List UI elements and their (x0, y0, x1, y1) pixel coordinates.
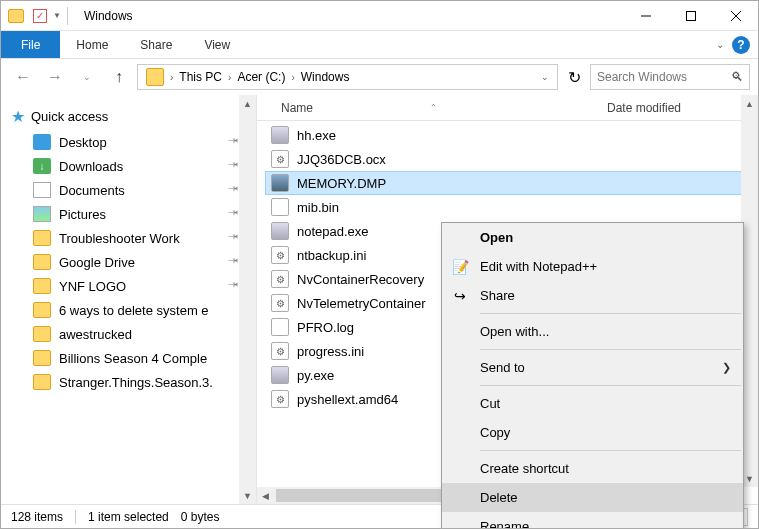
menu-item-label: Cut (480, 396, 500, 411)
file-name: notepad.exe (297, 224, 369, 239)
quick-access-label: Quick access (31, 109, 108, 124)
scroll-up-icon[interactable]: ▲ (239, 95, 256, 112)
folder-icon[interactable] (5, 5, 27, 27)
sidebar-item[interactable]: ↓Downloads📌︎ (5, 154, 252, 178)
breadcrumb[interactable]: › This PC › Acer (C:) › Windows ⌄ (137, 64, 558, 90)
menu-item[interactable]: Open (442, 223, 743, 252)
status-selected-count: 1 item selected (88, 510, 169, 524)
menu-item-label: Copy (480, 425, 510, 440)
sidebar-item[interactable]: Stranger.Things.Season.3. (5, 370, 252, 394)
sidebar-item[interactable]: Billions Season 4 Comple (5, 346, 252, 370)
tab-view[interactable]: View (188, 31, 246, 58)
menu-item[interactable]: Send to❯ (442, 353, 743, 382)
sidebar-item[interactable]: Desktop📌︎ (5, 130, 252, 154)
properties-qat-icon[interactable]: ✓ (29, 5, 51, 27)
file-tab[interactable]: File (1, 31, 60, 58)
documents-icon (33, 182, 51, 198)
recent-locations-icon[interactable]: ⌄ (73, 63, 101, 91)
file-name: JJQ36DCB.ocx (297, 152, 386, 167)
search-icon[interactable]: 🔍︎ (731, 70, 743, 84)
folder-icon (33, 302, 51, 318)
breadcrumb-folder-icon (146, 68, 164, 86)
sidebar-item[interactable]: Troubleshooter Work📌︎ (5, 226, 252, 250)
file-icon (271, 366, 289, 384)
sidebar-item[interactable]: Documents📌︎ (5, 178, 252, 202)
menu-item[interactable]: Create shortcut (442, 454, 743, 483)
sidebar-item[interactable]: awestrucked (5, 322, 252, 346)
sidebar-item-label: Pictures (59, 207, 106, 222)
sidebar-item-label: awestrucked (59, 327, 132, 342)
file-name: MEMORY.DMP (297, 176, 386, 191)
menu-item-label: Rename (480, 519, 529, 529)
scroll-down-icon[interactable]: ▼ (239, 487, 256, 504)
chevron-right-icon[interactable]: › (289, 72, 296, 83)
sidebar-item-label: Billions Season 4 Comple (59, 351, 207, 366)
tab-home[interactable]: Home (60, 31, 124, 58)
ribbon-expand-icon[interactable]: ⌄ (716, 39, 724, 50)
menu-separator (480, 349, 741, 350)
scroll-left-icon[interactable]: ◀ (257, 487, 274, 504)
refresh-button[interactable]: ↻ (562, 65, 586, 89)
column-date-modified[interactable]: Date modified (607, 101, 681, 115)
breadcrumb-item[interactable]: Acer (C:) (233, 70, 289, 84)
sidebar-item-label: Desktop (59, 135, 107, 150)
file-row[interactable]: MEMORY.DMP (265, 171, 750, 195)
sidebar-item[interactable]: 6 ways to delete system e (5, 298, 252, 322)
sort-indicator-icon[interactable]: ⌃ (430, 103, 437, 112)
sidebar-item-label: YNF LOGO (59, 279, 126, 294)
breadcrumb-item[interactable]: Windows (297, 70, 354, 84)
folder-icon (33, 350, 51, 366)
star-icon: ★ (11, 107, 25, 126)
sidebar-item-label: Documents (59, 183, 125, 198)
file-icon (271, 294, 289, 312)
sidebar-item[interactable]: Pictures📌︎ (5, 202, 252, 226)
file-icon (271, 126, 289, 144)
file-icon (271, 318, 289, 336)
menu-item-label: Send to (480, 360, 525, 375)
pictures-icon (33, 206, 51, 222)
file-name: hh.exe (297, 128, 336, 143)
search-placeholder: Search Windows (597, 70, 687, 84)
menu-item[interactable]: Delete (442, 483, 743, 512)
chevron-right-icon[interactable]: › (226, 72, 233, 83)
qat-dropdown-icon[interactable]: ▼ (53, 11, 61, 20)
file-row[interactable]: hh.exe (265, 123, 750, 147)
search-input[interactable]: Search Windows 🔍︎ (590, 64, 750, 90)
menu-item[interactable]: 📝Edit with Notepad++ (442, 252, 743, 281)
close-button[interactable] (713, 1, 758, 30)
column-name[interactable]: Name (257, 101, 417, 115)
file-icon (271, 390, 289, 408)
title-bar: ✓ ▼ Windows (1, 1, 758, 31)
notepad-icon: 📝 (450, 257, 470, 277)
quick-access-header[interactable]: ★ Quick access (5, 103, 252, 130)
breadcrumb-dropdown-icon[interactable]: ⌄ (541, 72, 549, 82)
sidebar-item[interactable]: YNF LOGO📌︎ (5, 274, 252, 298)
menu-item-label: Edit with Notepad++ (480, 259, 597, 274)
folder-icon (33, 278, 51, 294)
navpane-scrollbar[interactable]: ▲ ▼ (239, 95, 256, 504)
sidebar-item-label: Troubleshooter Work (59, 231, 180, 246)
back-button[interactable]: ← (9, 63, 37, 91)
address-bar-row: ← → ⌄ ↑ › This PC › Acer (C:) › Windows … (1, 59, 758, 95)
file-row[interactable]: mib.bin (265, 195, 750, 219)
menu-item[interactable]: ↪Share (442, 281, 743, 310)
forward-button[interactable]: → (41, 63, 69, 91)
menu-item[interactable]: Open with... (442, 317, 743, 346)
file-row[interactable]: JJQ36DCB.ocx (265, 147, 750, 171)
chevron-right-icon[interactable]: › (168, 72, 175, 83)
share-icon: ↪ (450, 286, 470, 306)
menu-item[interactable]: Rename (442, 512, 743, 529)
file-name: PFRO.log (297, 320, 354, 335)
menu-item[interactable]: Copy (442, 418, 743, 447)
menu-item[interactable]: Cut (442, 389, 743, 418)
window-controls (623, 1, 758, 30)
maximize-button[interactable] (668, 1, 713, 30)
help-icon[interactable]: ? (732, 36, 750, 54)
file-icon (271, 222, 289, 240)
tab-share[interactable]: Share (124, 31, 188, 58)
sidebar-item[interactable]: Google Drive📌︎ (5, 250, 252, 274)
breadcrumb-item[interactable]: This PC (175, 70, 226, 84)
minimize-button[interactable] (623, 1, 668, 30)
up-button[interactable]: ↑ (105, 63, 133, 91)
scroll-up-icon[interactable]: ▲ (741, 95, 758, 112)
